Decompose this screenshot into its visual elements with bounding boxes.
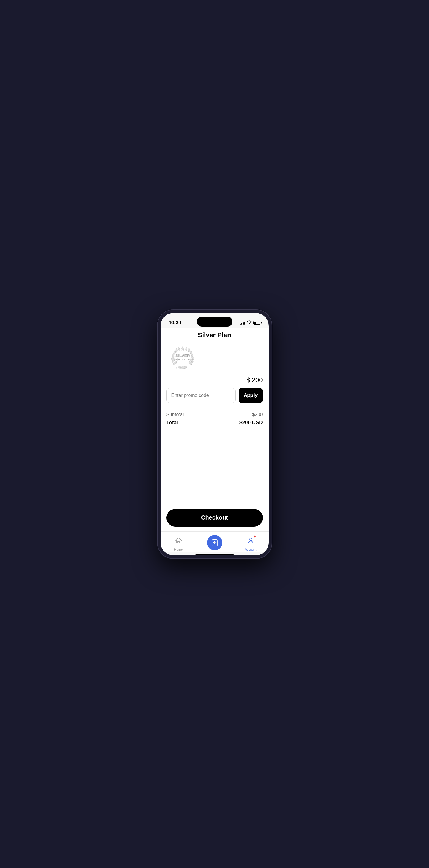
plan-price: $ 200 xyxy=(246,376,263,384)
phone-screen: 10:30 xyxy=(160,313,269,555)
account-icon xyxy=(247,537,254,545)
dynamic-island xyxy=(197,316,233,327)
nav-item-home[interactable]: Home xyxy=(160,534,196,551)
content-spacer xyxy=(166,426,263,506)
home-nav-label: Home xyxy=(174,548,183,551)
promo-row: Apply xyxy=(166,388,263,403)
subtotal-label: Subtotal xyxy=(166,412,184,417)
svg-point-12 xyxy=(188,348,190,352)
status-time: 10:30 xyxy=(169,320,181,326)
svg-point-24 xyxy=(182,366,183,367)
signal-bar-1 xyxy=(240,323,241,324)
wifi-icon xyxy=(247,320,252,325)
svg-point-16 xyxy=(184,366,187,368)
subtotal-row: Subtotal $200 xyxy=(166,412,263,417)
price-row: $ 200 xyxy=(166,376,263,384)
total-label: Total xyxy=(166,420,178,426)
page-content: Silver Plan xyxy=(160,328,269,506)
signal-bar-2 xyxy=(241,323,242,324)
account-icon-wrap xyxy=(244,534,257,547)
battery-icon xyxy=(253,321,261,324)
svg-marker-19 xyxy=(176,367,177,369)
home-icon-wrap xyxy=(172,534,185,547)
page-title: Silver Plan xyxy=(166,331,263,339)
silver-package-logo: SILVER PACKAGE xyxy=(166,342,199,374)
total-row: Total $200 USD xyxy=(166,420,263,426)
subtotal-value: $200 xyxy=(252,412,263,417)
nav-item-account[interactable]: Account xyxy=(233,534,269,551)
svg-point-6 xyxy=(178,347,180,351)
checkout-button[interactable]: Checkout xyxy=(166,509,263,527)
upload-icon xyxy=(211,538,219,547)
signal-bars-icon xyxy=(240,321,245,324)
signal-bar-3 xyxy=(243,322,244,324)
home-icon xyxy=(175,537,182,545)
svg-point-25 xyxy=(183,366,184,367)
total-value: $200 USD xyxy=(240,420,263,426)
battery-fill xyxy=(254,321,256,323)
bottom-nav: Home xyxy=(160,531,269,552)
svg-text:SILVER: SILVER xyxy=(175,354,190,358)
nav-item-upload[interactable] xyxy=(196,535,233,550)
svg-point-13 xyxy=(185,347,187,351)
svg-point-5 xyxy=(175,348,177,352)
silver-logo-container: SILVER PACKAGE xyxy=(166,342,263,374)
promo-input[interactable] xyxy=(166,388,236,403)
signal-bar-4 xyxy=(244,322,245,324)
apply-button[interactable]: Apply xyxy=(239,388,263,403)
home-indicator xyxy=(195,554,234,555)
checkout-section: Checkout xyxy=(160,506,269,531)
svg-point-23 xyxy=(181,366,182,367)
svg-text:PACKAGE: PACKAGE xyxy=(175,358,190,361)
svg-point-27 xyxy=(249,538,252,540)
notification-dot xyxy=(254,535,256,537)
upload-icon-circle xyxy=(207,535,222,550)
phone-frame: 10:30 xyxy=(157,309,272,559)
account-nav-label: Account xyxy=(245,548,257,551)
status-icons xyxy=(240,320,261,325)
svg-marker-17 xyxy=(180,346,184,350)
